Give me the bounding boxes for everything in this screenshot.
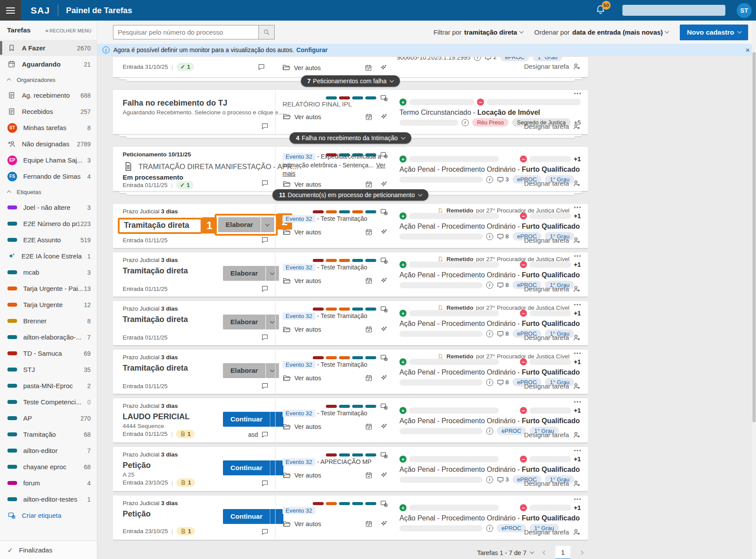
comment-button[interactable] (244, 528, 269, 536)
sidebar-item-fernando-de-simas[interactable]: FSFernando de Simas4 (0, 168, 97, 184)
sidebar-item-ailton-elaborac-a-o[interactable]: ailton-elaboração-...7 (0, 329, 97, 345)
designar-tarefa-button[interactable]: Designar tarefa (524, 382, 581, 390)
ai-icon[interactable] (380, 423, 388, 431)
sidebar-item-stj[interactable]: STJ35 (0, 361, 97, 378)
sidebar-item-e2e-ia-i-cone-estrela[interactable]: E2E IA Ícone Estrela1 (0, 248, 97, 264)
sidebar-item-ag-recebimento[interactable]: Ag. recebimento688 (0, 87, 97, 103)
page-size-dropdown[interactable]: Tarefas 1 - 7 de 7 (477, 549, 533, 556)
novo-cadastro-button[interactable]: Novo cadastro (680, 25, 748, 40)
comment-button[interactable] (244, 479, 269, 487)
close-icon[interactable]: × (745, 46, 750, 54)
scrollbar[interactable] (752, 21, 756, 559)
current-page[interactable]: 1 (555, 546, 570, 559)
elaborar-button[interactable]: Elaborar (223, 315, 279, 329)
sidebar-item-recebidos[interactable]: Recebidos257 (0, 103, 97, 120)
elaborar-button[interactable]: Elaborar (223, 363, 279, 378)
ai-icon[interactable] (380, 277, 388, 285)
event-badge[interactable]: Evento 32 (283, 458, 315, 466)
badge-eproc[interactable]: ePROC (497, 427, 526, 435)
sidebar-item-ap[interactable]: AP270 (0, 410, 97, 426)
elaborar-button[interactable]: Elaborar (218, 217, 274, 232)
sidebar-item-finalizadas[interactable]: ✓ Finalizadas (0, 541, 97, 559)
group-separator-pill[interactable]: 7Peticionamentos com falha (301, 75, 400, 87)
ver-mais-link[interactable]: Ver mais (283, 162, 385, 177)
info-icon[interactable]: i (486, 476, 493, 483)
sidebar-item-equipe-lhama-saj[interactable]: EPEquipe Lhama Saj...3 (0, 152, 97, 168)
sidebar-item-tramitac-a-o[interactable]: Tramitação68 (0, 426, 97, 442)
ver-autos-link[interactable]: Ver autos (282, 64, 321, 72)
designar-tarefa-button[interactable]: Designar tarefa (524, 122, 581, 131)
continuar-button[interactable]: Continuar (223, 412, 283, 427)
sidebar-item-ailton-editor[interactable]: ailton-editor7 (0, 442, 97, 459)
event-badge[interactable]: Evento 32 (283, 153, 315, 160)
group-separator-pill[interactable]: 11Documento(s) em processo de peticionam… (272, 189, 428, 201)
search-button[interactable] (259, 25, 275, 39)
sidebar-item-na-o-designadas[interactable]: Não designadas2789 (0, 136, 97, 152)
ver-autos-link[interactable]: Ver autos (283, 374, 321, 382)
info-icon[interactable]: i (486, 428, 493, 435)
ver-autos-link[interactable]: Ver autos (283, 180, 321, 188)
comment-button[interactable] (244, 333, 269, 341)
menu-button[interactable] (0, 0, 21, 21)
ai-icon[interactable] (380, 113, 388, 121)
comment-button[interactable] (244, 179, 269, 187)
calcheck-icon[interactable] (365, 113, 373, 121)
filter-dropdown[interactable]: Filtrar portramitação direta (434, 28, 523, 36)
comment-button[interactable] (244, 382, 269, 390)
calcheck-icon[interactable] (365, 325, 373, 333)
event-badge[interactable]: Evento 32 (283, 264, 315, 271)
info-icon[interactable]: i (486, 379, 493, 386)
comment-button[interactable] (244, 285, 269, 293)
ai-icon[interactable] (380, 471, 388, 479)
calcheck-icon[interactable] (364, 64, 372, 72)
event-badge[interactable]: Evento 32 (283, 361, 315, 368)
event-badge[interactable]: Evento 32 (283, 507, 315, 514)
sidebar-item-ailton-editor-testes[interactable]: ailton-editor-testes1 (0, 491, 97, 507)
sidebar-item-chayane-eproc[interactable]: chayane eproc68 (0, 459, 97, 475)
designar-tarefa-button[interactable]: Designar tarefa (524, 62, 581, 71)
event-badge[interactable]: Evento 32 (283, 215, 315, 223)
sidebar-item-e2e-nu-mero-do-pr[interactable]: E2E Número do pr...1223 (0, 216, 97, 232)
next-page-button[interactable] (575, 546, 588, 559)
info-icon[interactable]: i (486, 330, 493, 337)
info-icon[interactable]: i (462, 119, 469, 126)
designar-tarefa-button[interactable]: Designar tarefa (524, 528, 581, 536)
elaborar-button[interactable]: Elaborar (223, 266, 279, 281)
calcheck-icon[interactable] (365, 228, 373, 236)
sidebar-item-tarja-urgente-pai[interactable]: Tarja Urgente - Pai...13 (0, 280, 97, 297)
continuar-button[interactable]: Continuar (223, 509, 283, 524)
designar-tarefa-button[interactable]: Designar tarefa (524, 285, 581, 293)
comment-button[interactable] (244, 122, 269, 130)
search-input[interactable] (113, 25, 259, 39)
notifications-button[interactable]: 50 (595, 4, 606, 17)
sidebar-item-a-fazer[interactable]: A Fazer2670 (0, 40, 97, 56)
calcheck-icon[interactable] (365, 374, 373, 382)
sidebar-item-brenner[interactable]: Brenner8 (0, 313, 97, 329)
badge-re-u-preso[interactable]: Réu Preso (472, 118, 509, 127)
ai-icon[interactable] (380, 325, 388, 333)
sidebar-item-minhas-tarefas[interactable]: STMinhas tarefas8 (0, 120, 97, 136)
designar-tarefa-button[interactable]: Designar tarefa (524, 179, 581, 188)
sidebar-section-etiquetas[interactable]: Etiquetas (0, 184, 97, 199)
info-icon[interactable]: i (486, 525, 493, 532)
sidebar-item-tarja-urgente[interactable]: Tarja Urgente12 (0, 297, 97, 313)
ai-icon[interactable] (380, 228, 388, 236)
sidebar-section-organizadores[interactable]: Organizadores (0, 72, 97, 87)
calcheck-icon[interactable] (365, 277, 373, 285)
button-dropdown[interactable] (261, 217, 274, 232)
ver-autos-link[interactable]: Ver autos (283, 423, 321, 431)
collapse-menu-button[interactable]: «RECOLHER MENU (45, 27, 92, 34)
sidebar-item-e2e-assunto[interactable]: E2E Assunto519 (0, 232, 97, 248)
sidebar-item-teste-competenci[interactable]: Teste Competenci...0 (0, 394, 97, 410)
scrollbar-thumb[interactable] (752, 52, 756, 422)
ver-autos-link[interactable]: Ver autos (283, 113, 321, 121)
info-icon[interactable]: i (486, 233, 493, 240)
designar-tarefa-button[interactable]: Designar tarefa (524, 236, 581, 244)
sidebar-item-pasta-mni-eproc[interactable]: pasta-MNI-Eproc2 (0, 378, 97, 394)
sidebar-item-td-samuca[interactable]: TD - Samuca69 (0, 345, 97, 361)
ver-autos-link[interactable]: Ver autos (283, 277, 321, 285)
designar-tarefa-button[interactable]: Designar tarefa (524, 431, 581, 439)
sidebar-item-joel-na-o-altere[interactable]: Joel - não altere3 (0, 199, 97, 216)
ver-autos-link[interactable]: Ver autos (283, 471, 321, 480)
event-badge[interactable]: Evento 32 (283, 410, 315, 417)
